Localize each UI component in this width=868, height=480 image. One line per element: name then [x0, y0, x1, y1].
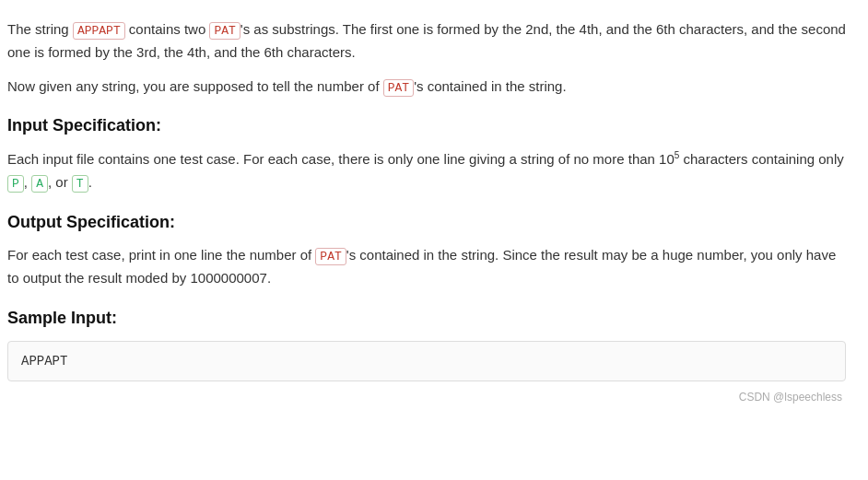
watermark: CSDN @lspeechless [7, 389, 846, 406]
pat-code-1: PAT [209, 22, 240, 40]
pat-code-3: PAT [315, 248, 346, 265]
a-code: A [31, 175, 48, 193]
p4-text-before: For each test case, print in one line th… [7, 247, 315, 263]
sample-input-heading: Sample Input: [7, 305, 846, 332]
p3-dot: . [88, 174, 92, 190]
p3-text-chars: characters containing only [679, 151, 843, 167]
pat-code-2: PAT [383, 79, 414, 97]
appapt-code-1: APPAPT [73, 22, 125, 40]
input-specification-heading: Input Specification: [7, 112, 846, 139]
p3-or: , or [48, 174, 72, 190]
paragraph-3: Each input file contains one test case. … [7, 148, 846, 194]
p1-text-mid: contains two [125, 21, 210, 37]
p3-text-main: Each input file contains one test case. … [7, 151, 674, 167]
t-code: T [72, 175, 88, 193]
paragraph-2: Now given any string, you are supposed t… [7, 76, 846, 99]
paragraph-1: The string APPAPT contains two PAT's as … [7, 18, 846, 64]
main-content: The string APPAPT contains two PAT's as … [7, 18, 846, 406]
sample-input-box: APPAPT [7, 341, 846, 381]
p3-comma1: , [24, 174, 31, 190]
p2-text-before: Now given any string, you are supposed t… [7, 78, 383, 94]
p2-text-after: 's contained in the string. [414, 78, 566, 94]
output-specification-heading: Output Specification: [7, 209, 846, 236]
p1-text-before: The string [7, 21, 73, 37]
p-code: P [7, 175, 24, 193]
sample-input-value: APPAPT [21, 354, 67, 369]
paragraph-4: For each test case, print in one line th… [7, 244, 846, 290]
